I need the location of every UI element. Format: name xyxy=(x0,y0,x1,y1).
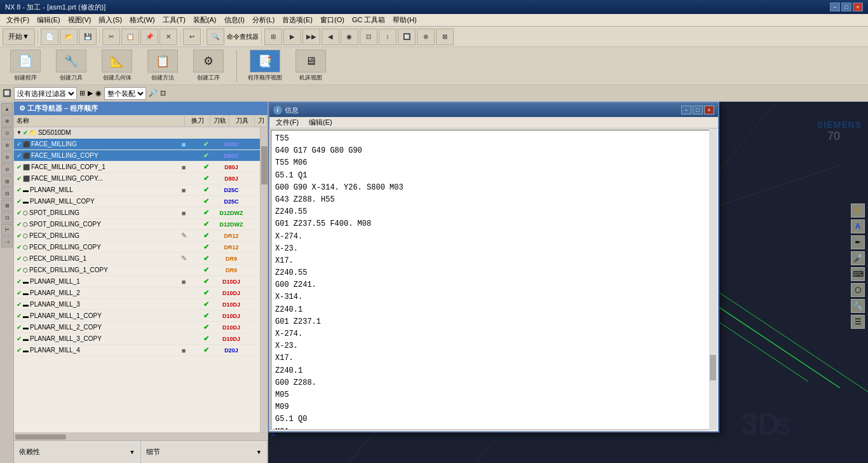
right-icon-7[interactable]: 🔧 xyxy=(851,299,865,313)
tb-btn-4[interactable]: ◀ xyxy=(322,29,339,45)
nav-row-peck1[interactable]: ✔ ⬡ PECK_DRILLING_1 ✎ ✔ DR9 xyxy=(14,253,260,265)
paste-button[interactable]: 📌 xyxy=(140,29,158,45)
right-icon-5[interactable]: ⌨ xyxy=(851,267,865,281)
nav-row-planar-mill[interactable]: ✔ ▬ PLANAR_MILL ■ ✔ D25C xyxy=(14,184,260,196)
right-icon-6[interactable]: ⬡ xyxy=(851,283,865,297)
new-button[interactable]: 📄 xyxy=(41,29,58,45)
menu-edit[interactable]: 编辑(E) xyxy=(33,14,64,26)
tb-btn-9[interactable]: ⊗ xyxy=(417,29,435,45)
right-icon-2[interactable]: A xyxy=(851,219,865,233)
info-minimize-btn[interactable]: − xyxy=(681,106,691,114)
save-button[interactable]: 💾 xyxy=(79,29,97,45)
nav-row-planar3[interactable]: ✔ ▬ PLANAR_MILL_3 ✔ D10DJ xyxy=(14,299,260,310)
menu-view[interactable]: 视图(V) xyxy=(64,14,95,26)
filter-select[interactable]: 没有选择过滤器 xyxy=(14,87,77,100)
info-menu-edit[interactable]: 编辑(E) xyxy=(305,116,336,128)
sidebar-icon-5[interactable]: ⊜ xyxy=(1,151,13,163)
tb-btn-5[interactable]: ◉ xyxy=(341,29,358,45)
create-tool-btn[interactable]: 🔧 创建刀具 xyxy=(51,50,92,82)
close-button[interactable]: × xyxy=(853,3,863,11)
create-program-btn[interactable]: 📄 创建程序 xyxy=(5,50,46,82)
menu-assembly[interactable]: 装配(A) xyxy=(189,14,220,26)
sidebar-icon-8[interactable]: ⊟ xyxy=(1,188,13,199)
cmd-search[interactable]: 🔍 xyxy=(207,29,224,45)
nav-row-peck1-copy[interactable]: ✔ ⬡ PECK_DRILLING_1_COPY ✔ DR9 xyxy=(14,265,260,276)
restore-button[interactable]: □ xyxy=(841,3,851,11)
nav-vscroll-thumb[interactable] xyxy=(261,146,268,184)
menu-info[interactable]: 信息(I) xyxy=(220,14,248,26)
nav-list[interactable]: ▼ ✔ 📁 SD5010DM ✔ ⬛ FACE_MILLING xyxy=(14,127,260,432)
nav-row-face-milling[interactable]: ✔ ⬛ FACE_MILLING ■ ✔ D80C xyxy=(14,139,260,150)
details-panel[interactable]: 细节 ▼ xyxy=(141,441,268,463)
nav-row-planar1-copy[interactable]: ✔ ▬ PLANAR_MILL_1_COPY ✔ D10DJ xyxy=(14,310,260,322)
info-restore-btn[interactable]: □ xyxy=(693,106,703,114)
right-icon-3[interactable]: ✒ xyxy=(851,235,865,249)
program-order-btn[interactable]: 📑 程序顺序视图 xyxy=(245,50,285,82)
sidebar-icon-4[interactable]: ⊛ xyxy=(1,139,13,151)
nav-row-peck[interactable]: ✔ ⬡ PECK_DRILLING ✎ ✔ DR12 xyxy=(14,230,260,242)
create-method-btn[interactable]: 📋 创建方法 xyxy=(142,50,183,82)
tb-btn-10[interactable]: ⊠ xyxy=(436,29,454,45)
nav-row-planar2[interactable]: ✔ ▬ PLANAR_MILL_2 ✔ D10DJ xyxy=(14,287,260,299)
undo-button[interactable]: ↩ xyxy=(183,29,201,45)
filter-assembly-select[interactable]: 整个装配 xyxy=(104,87,146,100)
nav-row-planar3-copy[interactable]: ✔ ▬ PLANAR_MILL_3_COPY ✔ D10DJ xyxy=(14,333,260,345)
right-icon-1[interactable]: S xyxy=(851,204,865,218)
nav-row-face-milling-copy[interactable]: ✔ ⬛ FACE_MILLING_COPY ✔ D80C xyxy=(14,150,260,162)
sidebar-icon-1[interactable]: ▲ xyxy=(1,103,13,114)
info-menu-file[interactable]: 文件(F) xyxy=(272,116,302,128)
nav-row-peck-copy[interactable]: ✔ ⬡ PECK_DRILLING_COPY ✔ DR12 xyxy=(14,242,260,253)
menu-file[interactable]: 文件(F) xyxy=(3,14,33,26)
tb-btn-3[interactable]: ▶▶ xyxy=(302,29,320,45)
start-button[interactable]: 开始▼ xyxy=(3,29,35,45)
menu-tools[interactable]: 工具(T) xyxy=(159,14,189,26)
machine-view-btn[interactable]: 🖥 机床视图 xyxy=(290,50,331,82)
open-button[interactable]: 📂 xyxy=(60,29,78,45)
nav-row-spot-drilling[interactable]: ✔ ⬡ SPOT_DRILLING ■ ✔ D12DWZ xyxy=(14,207,260,219)
create-geometry-btn[interactable]: 📐 创建几何体 xyxy=(97,50,137,82)
menu-analysis[interactable]: 分析(L) xyxy=(248,14,278,26)
menu-insert[interactable]: 插入(S) xyxy=(95,14,126,26)
menu-gc[interactable]: GC 工具箱 xyxy=(348,14,390,26)
minimize-button[interactable]: − xyxy=(830,3,840,11)
nav-row-planar2-copy[interactable]: ✔ ▬ PLANAR_MILL_2_COPY ✔ D10DJ xyxy=(14,322,260,333)
tb-btn-7[interactable]: ↕ xyxy=(379,29,397,45)
right-icon-4[interactable]: 🎤 xyxy=(851,251,865,265)
sidebar-icon-2[interactable]: ⊕ xyxy=(1,115,13,127)
sidebar-icon-9[interactable]: ⊠ xyxy=(1,200,13,211)
nav-row-planar4[interactable]: ✔ ▬ PLANAR_MILL_4 ■ ✔ D20J xyxy=(14,345,260,356)
nav-row-planar-mill-copy[interactable]: ✔ ▬ PLANAR_MILL_COPY ✔ D25C xyxy=(14,196,260,207)
sidebar-icon-3[interactable]: ⊙ xyxy=(1,127,13,139)
viewport[interactable]: X Y Z 70 SIEMENS S A ✒ 🎤 ⌨ ⬡ 🔧 ☰ xyxy=(268,102,868,463)
nav-vscroll[interactable] xyxy=(260,127,268,432)
tb-btn-6[interactable]: ⊡ xyxy=(360,29,377,45)
nav-row-sd5010dm[interactable]: ▼ ✔ 📁 SD5010DM xyxy=(14,127,260,139)
nav-row-face-milling-copy-etc[interactable]: ✔ ⬛ FACE_MILLING_COPY... ✔ D80J xyxy=(14,173,260,184)
delete-button[interactable]: ✕ xyxy=(159,29,177,45)
cut-button[interactable]: ✂ xyxy=(102,29,120,45)
menu-window[interactable]: 窗口(O) xyxy=(316,14,348,26)
nav-row-face-milling-copy1[interactable]: ✔ ⬛ FACE_MILLING_COPY_1 ■ ✔ D80J xyxy=(14,162,260,173)
tb-btn-2[interactable]: ▶ xyxy=(283,29,301,45)
nav-row-spot-copy[interactable]: ✔ ⬡ SPOT_DRILLING_COPY ✔ D12DWZ xyxy=(14,219,260,230)
info-dialog-scrollbar[interactable] xyxy=(709,128,717,430)
copy-button[interactable]: 📋 xyxy=(121,29,139,45)
nav-hscroll-thumb[interactable] xyxy=(15,434,66,439)
tb-btn-8[interactable]: 🔲 xyxy=(398,29,416,45)
sidebar-icon-10[interactable]: ⊡ xyxy=(1,212,13,223)
menu-format[interactable]: 格式(W) xyxy=(126,14,159,26)
tb-btn-1[interactable]: ⊞ xyxy=(264,29,282,45)
right-icon-8[interactable]: ☰ xyxy=(851,315,865,329)
nav-hscroll[interactable] xyxy=(14,432,268,440)
info-scrollbar-thumb[interactable] xyxy=(710,355,716,380)
info-content-area[interactable]: T55 G40 G17 G49 G80 G90 T55 M06 G5.1 Q1 … xyxy=(271,130,717,430)
dependency-panel[interactable]: 依赖性 ▼ xyxy=(14,441,141,463)
sidebar-icon-7[interactable]: ⊞ xyxy=(1,176,13,187)
sidebar-icon-6[interactable]: ⊝ xyxy=(1,163,13,175)
sidebar-icon-11[interactable]: ⊢ xyxy=(1,224,13,235)
sidebar-icon-12[interactable]: ⊣ xyxy=(1,236,13,247)
create-op-btn[interactable]: ⚙ 创建工序 xyxy=(188,50,229,82)
menu-help[interactable]: 帮助(H) xyxy=(389,14,420,26)
info-close-btn[interactable]: × xyxy=(704,106,714,114)
menu-prefs[interactable]: 首选项(E) xyxy=(278,14,316,26)
